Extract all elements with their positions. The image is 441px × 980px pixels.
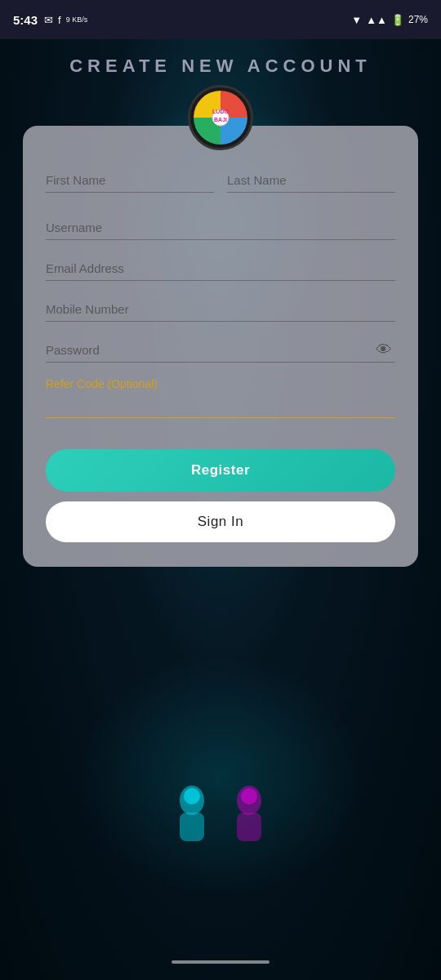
register-button[interactable]: Register bbox=[46, 449, 395, 492]
nav-indicator bbox=[172, 960, 270, 964]
logo-container: LUDO BAJI bbox=[0, 85, 441, 150]
form-card: 👁 Refer Code (Optional) Register Sign In bbox=[23, 126, 418, 567]
logo-svg: LUDO BAJI bbox=[190, 87, 251, 148]
page-title: CREATE NEW ACCOUNT bbox=[0, 56, 441, 77]
bg-glow-bottom bbox=[78, 653, 363, 898]
svg-point-6 bbox=[184, 788, 200, 804]
wifi-icon: ▼ bbox=[351, 14, 362, 26]
status-icons: ✉ f 9 KB/s bbox=[44, 14, 87, 26]
character-left bbox=[172, 784, 212, 849]
signal-icon: ▲▲ bbox=[366, 14, 387, 26]
mobile-input[interactable] bbox=[46, 296, 395, 322]
email-field bbox=[46, 255, 395, 281]
password-wrapper: 👁 bbox=[46, 336, 395, 363]
first-name-input[interactable] bbox=[46, 167, 214, 193]
status-right: ▼ ▲▲ 🔋 27% bbox=[351, 14, 428, 26]
refer-code-field: Refer Code (Optional) bbox=[46, 377, 395, 418]
last-name-field bbox=[227, 167, 395, 193]
svg-point-9 bbox=[241, 788, 257, 804]
bottom-characters bbox=[172, 784, 270, 849]
username-field bbox=[46, 214, 395, 240]
email-input[interactable] bbox=[46, 255, 395, 281]
status-left: 5:43 ✉ f 9 KB/s bbox=[13, 13, 87, 27]
password-field: 👁 bbox=[46, 336, 395, 363]
status-bar: 5:43 ✉ f 9 KB/s ▼ ▲▲ 🔋 27% bbox=[0, 0, 441, 39]
logo-circle: LUDO BAJI bbox=[188, 85, 253, 150]
toggle-password-icon[interactable]: 👁 bbox=[376, 341, 392, 359]
mobile-field bbox=[46, 296, 395, 322]
last-name-input[interactable] bbox=[227, 167, 395, 193]
password-input[interactable] bbox=[46, 336, 395, 363]
battery-icon: 🔋 bbox=[391, 14, 404, 26]
name-row bbox=[46, 167, 395, 207]
battery-percent: 27% bbox=[408, 14, 428, 25]
svg-rect-5 bbox=[180, 813, 204, 841]
facebook-icon: f bbox=[58, 14, 61, 26]
svg-rect-8 bbox=[237, 813, 261, 841]
sign-in-button[interactable]: Sign In bbox=[46, 501, 395, 542]
svg-text:BAJI: BAJI bbox=[214, 117, 227, 122]
refer-code-label: Refer Code (Optional) bbox=[46, 377, 395, 390]
character-right bbox=[229, 784, 270, 849]
svg-text:LUDO: LUDO bbox=[212, 109, 229, 114]
page-title-area: CREATE NEW ACCOUNT bbox=[0, 39, 441, 85]
status-time: 5:43 bbox=[13, 13, 38, 27]
data-speed: 9 KB/s bbox=[66, 16, 88, 24]
username-input[interactable] bbox=[46, 214, 395, 240]
refer-code-input[interactable] bbox=[46, 394, 395, 418]
messenger-icon: ✉ bbox=[44, 14, 53, 26]
first-name-field bbox=[46, 167, 214, 193]
